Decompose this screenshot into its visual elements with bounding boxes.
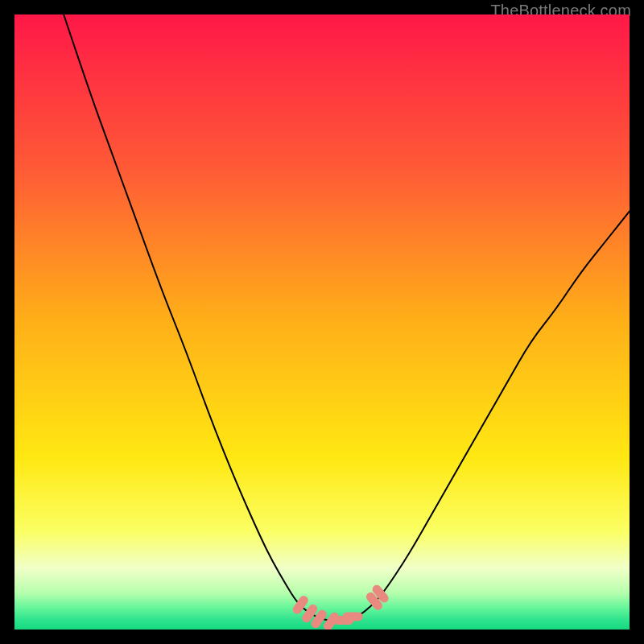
curve-marker [377,589,384,598]
curve-marker [316,614,322,623]
chart-plot [14,14,630,630]
curve-marker [307,609,313,617]
curve-marker [328,617,334,625]
gradient-background [14,14,630,630]
curve-marker [297,601,303,609]
chart-frame: TheBottleneck.com [0,0,644,644]
curve-marker [370,597,378,605]
